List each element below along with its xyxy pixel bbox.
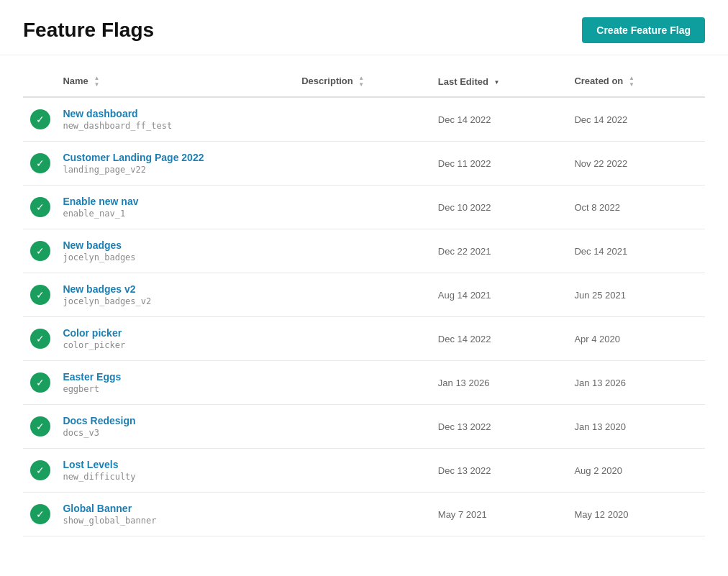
enabled-cell: ✓ [23,405,57,449]
flag-key: show_global_banner [63,516,290,526]
table-row[interactable]: ✓New badges v2jocelyn_badges_v2Aug 14 20… [23,273,705,317]
page-header: Feature Flags Create Feature Flag [0,0,728,55]
last-edited-cell: Dec 22 2021 [432,229,569,273]
col-header-description[interactable]: Description ▲▼ [296,67,432,97]
col-header-created-on[interactable]: Created on ▲▼ [568,67,705,97]
name-cell: Global Bannershow_global_banner [57,493,296,536]
flag-key: jocelyn_badges_v2 [63,296,290,306]
description-cell [296,97,432,142]
enabled-icon[interactable]: ✓ [30,109,50,129]
name-cell: Easter Eggseggbert [57,361,296,405]
created-on-cell: Dec 14 2022 [568,97,705,142]
enabled-icon[interactable]: ✓ [30,153,50,173]
feature-flags-table: Name ▲▼ Description ▲▼ Last Edited ▼ [23,67,705,536]
last-edited-cell: Dec 10 2022 [432,186,569,229]
enabled-cell: ✓ [23,186,57,229]
flag-key: docs_v3 [63,428,290,438]
last-edited-cell: Jan 13 2026 [432,361,569,405]
created-on-cell: Dec 14 2021 [568,229,705,273]
enabled-icon[interactable]: ✓ [30,285,50,305]
description-cell [296,273,432,317]
created-on-cell: Jan 13 2026 [568,361,705,405]
flag-name-link[interactable]: Lost Levels [63,459,290,470]
last-edited-cell: Dec 14 2022 [432,97,569,142]
col-header-last-edited[interactable]: Last Edited ▼ [432,67,569,97]
flag-name-link[interactable]: New dashboard [63,108,290,119]
enabled-cell: ✓ [23,229,57,273]
name-cell: Docs Redesigndocs_v3 [57,405,296,449]
name-cell: New badgesjocelyn_badges [57,229,296,273]
description-cell [296,317,432,361]
description-cell [296,361,432,405]
flag-name-link[interactable]: Docs Redesign [63,415,290,426]
description-cell [296,493,432,536]
last-edited-cell: Dec 14 2022 [432,317,569,361]
last-edited-cell: May 7 2021 [432,493,569,536]
name-cell: Customer Landing Page 2022landing_page_v… [57,142,296,186]
table-row[interactable]: ✓Color pickercolor_pickerDec 14 2022Apr … [23,317,705,361]
description-cell [296,405,432,449]
description-cell [296,142,432,186]
created-on-cell: May 12 2020 [568,493,705,536]
created-on-cell: Aug 2 2020 [568,449,705,493]
flag-key: new_dashboard_ff_test [63,121,290,131]
flag-key: jocelyn_badges [63,252,290,262]
created-on-cell: Oct 8 2022 [568,186,705,229]
created-on-sort-icon: ▲▼ [629,76,634,88]
enabled-icon[interactable]: ✓ [30,197,50,217]
enabled-cell: ✓ [23,361,57,405]
table-row[interactable]: ✓Enable new navenable_nav_1Dec 10 2022Oc… [23,186,705,229]
name-cell: Enable new navenable_nav_1 [57,186,296,229]
table-row[interactable]: ✓New badgesjocelyn_badgesDec 22 2021Dec … [23,229,705,273]
enabled-icon[interactable]: ✓ [30,460,50,480]
last-edited-sort-icon: ▼ [494,80,500,86]
enabled-cell: ✓ [23,317,57,361]
table-row[interactable]: ✓Easter EggseggbertJan 13 2026Jan 13 202… [23,361,705,405]
flag-key: new_difficulty [63,472,290,482]
description-sort-icon: ▲▼ [358,76,364,88]
last-edited-cell: Dec 11 2022 [432,142,569,186]
last-edited-cell: Aug 14 2021 [432,273,569,317]
col-header-name[interactable]: Name ▲▼ [57,67,296,97]
create-feature-flag-button[interactable]: Create Feature Flag [582,17,705,43]
flag-key: color_picker [63,340,290,350]
description-cell [296,449,432,493]
table-row[interactable]: ✓New dashboardnew_dashboard_ff_testDec 1… [23,97,705,142]
table-container: Name ▲▼ Description ▲▼ Last Edited ▼ [0,55,728,548]
flag-name-link[interactable]: Easter Eggs [63,371,290,383]
description-cell [296,186,432,229]
table-header-row: Name ▲▼ Description ▲▼ Last Edited ▼ [23,67,705,97]
col-header-check [23,67,57,97]
name-cell: New badges v2jocelyn_badges_v2 [57,273,296,317]
flag-key: eggbert [63,384,290,394]
enabled-icon[interactable]: ✓ [30,241,50,261]
table-body: ✓New dashboardnew_dashboard_ff_testDec 1… [23,97,705,536]
created-on-cell: Nov 22 2022 [568,142,705,186]
flag-name-link[interactable]: Color picker [63,327,290,339]
enabled-cell: ✓ [23,142,57,186]
table-row[interactable]: ✓Global Bannershow_global_bannerMay 7 20… [23,493,705,536]
flag-name-link[interactable]: Global Banner [63,503,290,514]
enabled-icon[interactable]: ✓ [30,504,50,524]
flag-key: enable_nav_1 [63,209,290,219]
enabled-cell: ✓ [23,273,57,317]
flag-name-link[interactable]: Customer Landing Page 2022 [63,152,290,163]
name-cell: Lost Levelsnew_difficulty [57,449,296,493]
name-cell: New dashboardnew_dashboard_ff_test [57,97,296,142]
flag-name-link[interactable]: New badges v2 [63,283,290,295]
flag-name-link[interactable]: Enable new nav [63,196,290,207]
table-row[interactable]: ✓Customer Landing Page 2022landing_page_… [23,142,705,186]
table-row[interactable]: ✓Docs Redesigndocs_v3Dec 13 2022Jan 13 2… [23,405,705,449]
enabled-icon[interactable]: ✓ [30,372,50,393]
name-cell: Color pickercolor_picker [57,317,296,361]
created-on-cell: Jun 25 2021 [568,273,705,317]
last-edited-cell: Dec 13 2022 [432,449,569,493]
flag-key: landing_page_v22 [63,165,290,175]
page-title: Feature Flags [23,19,154,42]
flag-name-link[interactable]: New badges [63,239,290,251]
enabled-icon[interactable]: ✓ [30,416,50,436]
enabled-cell: ✓ [23,97,57,142]
enabled-icon[interactable]: ✓ [30,329,50,349]
enabled-cell: ✓ [23,493,57,536]
table-row[interactable]: ✓Lost Levelsnew_difficultyDec 13 2022Aug… [23,449,705,493]
